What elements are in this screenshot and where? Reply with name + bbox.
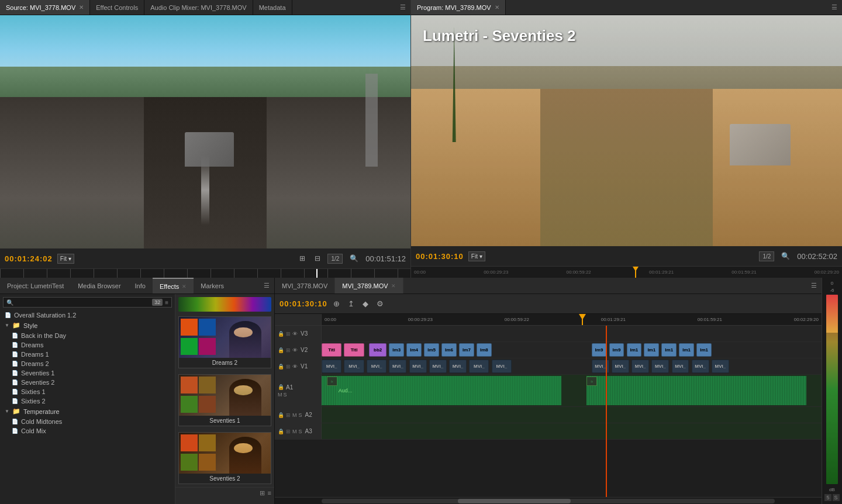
- clip-mvi-1[interactable]: MVI_: [322, 360, 341, 373]
- eye-icon[interactable]: 👁: [292, 364, 298, 370]
- solo-icon[interactable]: S: [284, 392, 287, 398]
- tab-program[interactable]: Program: MVI_3789.MOV ✕: [411, 0, 506, 15]
- clip-mvi-13[interactable]: MVI_: [651, 360, 669, 373]
- mute-icon[interactable]: M: [292, 412, 297, 418]
- clip-im1-5[interactable]: Im1: [696, 343, 712, 357]
- mute-icon[interactable]: M: [278, 392, 282, 398]
- clip-mvi-14[interactable]: MVI_: [672, 360, 689, 373]
- timeline-scrollbar[interactable]: [275, 497, 822, 504]
- tree-item-seventies-2[interactable]: 📄 Seventies 2: [0, 378, 175, 387]
- mute-icon[interactable]: M: [292, 429, 297, 434]
- source-zoom-icon[interactable]: 🔍: [347, 253, 361, 264]
- clip-im5[interactable]: Im5: [424, 343, 439, 357]
- scrollbar-thumb[interactable]: [458, 499, 571, 503]
- track-a1-content[interactable]: ≈ Aud... ≈: [322, 375, 822, 406]
- clip-mvi-12[interactable]: MVI_: [632, 360, 649, 373]
- close-icon[interactable]: ✕: [79, 4, 84, 11]
- tab-project[interactable]: Project: LumetriTest: [0, 278, 71, 294]
- clip-mvi-5[interactable]: MVI_: [409, 360, 427, 373]
- lift-button[interactable]: ↥: [346, 298, 357, 309]
- timeline-ruler[interactable]: 00:00 00:00:29:23 00:00:59:22 00:01:29:2…: [322, 314, 822, 325]
- clip-im6[interactable]: Im6: [441, 343, 457, 357]
- clip-mvi-7[interactable]: MVI_: [449, 360, 467, 373]
- track-a3-content[interactable]: [322, 423, 822, 439]
- effects-search-bar[interactable]: 🔍 32 ≡: [3, 297, 172, 308]
- timeline-menu-icon[interactable]: ☰: [806, 282, 822, 289]
- audio-clip-label[interactable]: Aud...: [337, 376, 562, 405]
- tab-info[interactable]: Info: [128, 278, 153, 294]
- clip-im7[interactable]: Im7: [459, 343, 474, 357]
- tab-media-browser[interactable]: Media Browser: [71, 278, 127, 294]
- clip-mvi-8[interactable]: MVI_: [469, 360, 489, 373]
- source-panel-menu[interactable]: ☰: [395, 4, 410, 11]
- preset-seventies-1[interactable]: Seventies 1: [178, 374, 271, 426]
- panel-menu-icon[interactable]: ☰: [259, 282, 274, 289]
- tab-source-mov[interactable]: Source: MVI_3778.MOV ✕: [0, 0, 90, 15]
- effects-search-input[interactable]: [16, 299, 150, 306]
- eye-icon[interactable]: 👁: [292, 331, 298, 337]
- scrollbar-track[interactable]: [322, 499, 775, 503]
- track-v3-content[interactable]: [322, 326, 822, 341]
- clip-mvi-2[interactable]: MVI_: [344, 360, 364, 373]
- clip-im1-3[interactable]: Im1: [661, 343, 677, 357]
- tree-item-sixties-2[interactable]: 📄 Sixties 2: [0, 396, 175, 406]
- insert-button[interactable]: ⊞: [297, 253, 308, 264]
- close-icon[interactable]: ✕: [391, 283, 396, 289]
- tree-section-style[interactable]: ▼ 📁 Style: [0, 320, 175, 331]
- marker-button[interactable]: ◆: [360, 298, 371, 309]
- clip-mvi-9[interactable]: MVI_: [492, 360, 512, 373]
- overwrite-button[interactable]: ⊟: [312, 253, 323, 264]
- settings-button[interactable]: ⚙: [374, 298, 386, 309]
- clip-bb2[interactable]: bb2: [369, 343, 387, 357]
- tab-metadata[interactable]: Metadata: [253, 0, 292, 15]
- preset-seventies-2[interactable]: Seventies 2: [178, 432, 271, 484]
- source-fit-dropdown[interactable]: Fit ▾: [57, 254, 74, 264]
- clip-mvi-11[interactable]: MVI_: [612, 360, 629, 373]
- clip-mvi-10[interactable]: MVI_: [592, 360, 609, 373]
- tab-timeline-mov2[interactable]: MVI_3789.MOV ✕: [335, 278, 403, 294]
- program-fit-dropdown[interactable]: Fit ▾: [468, 251, 485, 261]
- tree-item-seventies-1[interactable]: 📄 Seventies 1: [0, 368, 175, 378]
- tree-item-dreams[interactable]: 📄 Dreams: [0, 340, 175, 350]
- program-panel-menu[interactable]: ☰: [827, 4, 842, 11]
- clip-im9-1[interactable]: Im9: [592, 343, 607, 357]
- preset-dreams-2[interactable]: Dreams 2: [178, 316, 271, 368]
- add-edit-button[interactable]: ⊕: [331, 298, 342, 309]
- clip-im4[interactable]: Im4: [406, 343, 422, 357]
- program-zoom-icon[interactable]: 🔍: [779, 251, 792, 261]
- clip-im1-1[interactable]: Im1: [627, 343, 642, 357]
- track-a2-content[interactable]: [322, 407, 822, 423]
- tree-item-cold-midtones[interactable]: 📄 Cold Midtones: [0, 417, 175, 426]
- tab-markers[interactable]: Markers: [194, 278, 231, 294]
- tree-section-temperature[interactable]: ▼ 📁 Temperature: [0, 406, 175, 417]
- clip-mvi-16[interactable]: MVI_: [712, 360, 729, 373]
- program-timebar[interactable]: 00:00 00:00:29:23 00:00:59:22 00:01:29:2…: [411, 266, 842, 278]
- source-timebar[interactable]: [0, 268, 410, 278]
- solo-icon[interactable]: S: [299, 429, 302, 434]
- eye-icon[interactable]: 👁: [292, 347, 298, 353]
- tree-item-back-in-day[interactable]: 📄 Back in the Day: [0, 331, 175, 340]
- clip-im9-2[interactable]: Im9: [609, 343, 624, 357]
- clip-mvi-4[interactable]: MVI_: [389, 360, 406, 373]
- clip-mvi-3[interactable]: MVI_: [367, 360, 387, 373]
- clip-mvi-6[interactable]: MVI_: [429, 360, 447, 373]
- close-icon[interactable]: ✕: [495, 4, 499, 11]
- clip-im1-2[interactable]: Im1: [644, 343, 659, 357]
- tree-item-overall-saturation[interactable]: 📄 Overall Saturation 1.2: [0, 310, 175, 320]
- clip-mvi-15[interactable]: MVI_: [692, 360, 709, 373]
- tab-audio-clip-mixer[interactable]: Audio Clip Mixer: MVI_3778.MOV: [144, 0, 253, 15]
- track-v2-content[interactable]: Titl Titl bb2 Im3 Im4 Im5 Im6 Im7 Im8 Im…: [322, 342, 822, 358]
- meter-s-button[interactable]: S: [833, 494, 840, 501]
- clip-im1-4[interactable]: Im1: [679, 343, 694, 357]
- preset-apply-icon[interactable]: ⊞: [260, 489, 265, 497]
- meter-5-button[interactable]: 5: [824, 494, 831, 501]
- solo-icon[interactable]: S: [299, 412, 302, 418]
- tab-timeline-mov1[interactable]: MVI_3778.MOV: [275, 278, 335, 294]
- tree-item-sixties-1[interactable]: 📄 Sixties 1: [0, 387, 175, 396]
- tree-item-dreams-2[interactable]: 📄 Dreams 2: [0, 359, 175, 368]
- clip-im3[interactable]: Im3: [389, 343, 404, 357]
- tree-item-dreams-1[interactable]: 📄 Dreams 1: [0, 350, 175, 359]
- tab-effects[interactable]: Effects ✕: [153, 278, 194, 294]
- tab-effect-controls[interactable]: Effect Controls: [90, 0, 144, 15]
- tree-item-cold-mix[interactable]: 📄 Cold Mix: [0, 426, 175, 436]
